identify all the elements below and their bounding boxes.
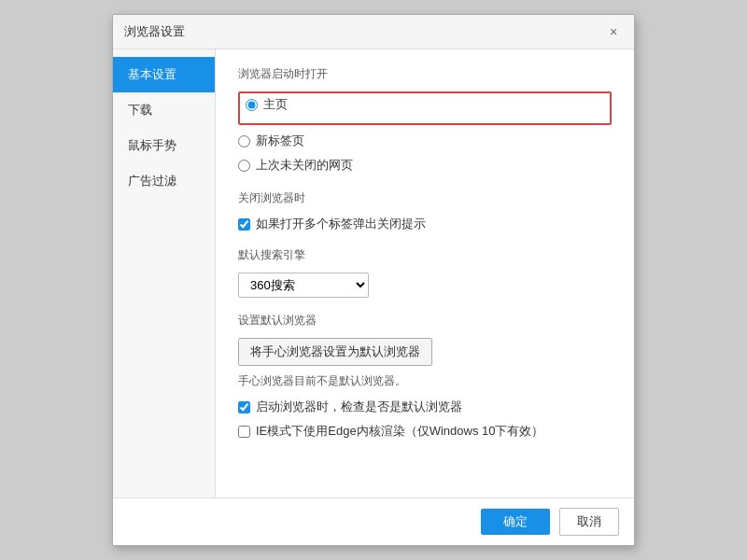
startup-radio-homepage[interactable] xyxy=(246,99,258,111)
settings-dialog: 浏览器设置 × 基本设置 下载 鼠标手势 广告过滤 浏览器启动时打开 xyxy=(112,14,635,546)
dialog-title: 浏览器设置 xyxy=(124,23,185,40)
check-default-on-startup-item[interactable]: 启动浏览器时，检查是否是默认浏览器 xyxy=(238,399,612,415)
ie-mode-item[interactable]: IE模式下使用Edge内核渲染（仅Windows 10下有效） xyxy=(238,423,612,440)
dialog-titlebar: 浏览器设置 × xyxy=(113,15,634,49)
close-checkbox-item[interactable]: 如果打开多个标签弹出关闭提示 xyxy=(238,216,612,232)
default-browser-section-title: 设置默认浏览器 xyxy=(238,313,612,329)
sidebar-item-adblock[interactable]: 广告过滤 xyxy=(113,163,215,199)
startup-option-homepage-highlighted: 主页 xyxy=(238,91,612,125)
cancel-button[interactable]: 取消 xyxy=(559,508,619,536)
set-default-browser-button[interactable]: 将手心浏览器设置为默认浏览器 xyxy=(238,338,432,366)
startup-radio-newtab[interactable] xyxy=(238,135,250,147)
sidebar: 基本设置 下载 鼠标手势 广告过滤 xyxy=(113,49,216,497)
dialog-footer: 确定 取消 xyxy=(113,497,634,545)
check-default-on-startup-label: 启动浏览器时，检查是否是默认浏览器 xyxy=(256,399,462,415)
search-section-title: 默认搜索引擎 xyxy=(238,247,612,263)
ie-mode-checkbox[interactable] xyxy=(238,426,250,438)
ie-mode-label: IE模式下使用Edge内核渲染（仅Windows 10下有效） xyxy=(256,423,543,440)
close-checkbox-label: 如果打开多个标签弹出关闭提示 xyxy=(256,216,426,232)
default-browser-info: 手心浏览器目前不是默认浏览器。 xyxy=(238,373,612,389)
check-default-on-startup-checkbox[interactable] xyxy=(238,401,250,413)
ok-button[interactable]: 确定 xyxy=(481,509,550,535)
startup-section: 浏览器启动时打开 主页 新标签页 xyxy=(238,66,612,174)
startup-newtab-label: 新标签页 xyxy=(256,133,304,149)
search-section: 默认搜索引擎 360搜索 百度 谷歌 xyxy=(238,247,612,298)
startup-homepage-label: 主页 xyxy=(263,96,288,113)
search-engine-select[interactable]: 360搜索 百度 谷歌 xyxy=(238,273,369,298)
close-section: 关闭浏览器时 如果打开多个标签弹出关闭提示 xyxy=(238,190,612,232)
close-checkbox[interactable] xyxy=(238,218,250,231)
sidebar-item-basic[interactable]: 基本设置 xyxy=(113,57,215,92)
startup-lastclosed-label: 上次未关闭的网页 xyxy=(256,157,353,174)
close-section-title: 关闭浏览器时 xyxy=(238,190,612,206)
default-browser-section: 设置默认浏览器 将手心浏览器设置为默认浏览器 手心浏览器目前不是默认浏览器。 启… xyxy=(238,313,612,440)
dialog-body: 基本设置 下载 鼠标手势 广告过滤 浏览器启动时打开 主页 xyxy=(113,49,634,497)
startup-option-homepage[interactable]: 主页 xyxy=(246,96,604,113)
sidebar-item-download[interactable]: 下载 xyxy=(113,92,215,128)
dialog-overlay: 浏览器设置 × 基本设置 下载 鼠标手势 广告过滤 浏览器启动时打开 xyxy=(0,0,747,560)
startup-radio-lastclosed[interactable] xyxy=(238,160,250,172)
dialog-close-button[interactable]: × xyxy=(604,22,623,41)
startup-section-title: 浏览器启动时打开 xyxy=(238,66,612,82)
content-area: 浏览器启动时打开 主页 新标签页 xyxy=(216,49,634,497)
startup-option-newtab[interactable]: 新标签页 xyxy=(238,133,612,149)
search-select-row: 360搜索 百度 谷歌 xyxy=(238,273,612,298)
startup-radio-group: 主页 新标签页 上次未关闭的网页 xyxy=(238,91,612,174)
startup-option-lastclosed[interactable]: 上次未关闭的网页 xyxy=(238,157,612,174)
sidebar-item-mouse[interactable]: 鼠标手势 xyxy=(113,128,215,163)
